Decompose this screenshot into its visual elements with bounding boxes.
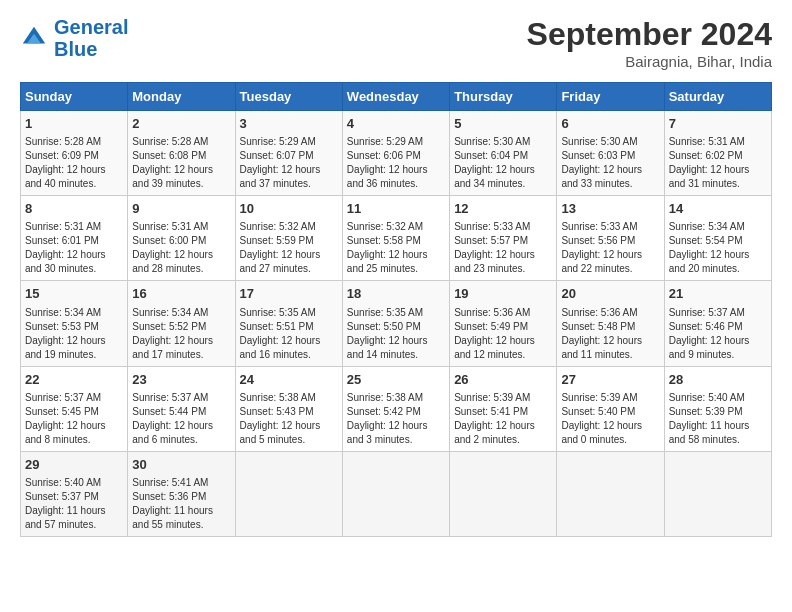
day-number: 14 <box>669 200 767 218</box>
day-info: Sunrise: 5:29 AM Sunset: 6:06 PM Dayligh… <box>347 135 445 191</box>
day-info: Sunrise: 5:32 AM Sunset: 5:58 PM Dayligh… <box>347 220 445 276</box>
calendar-cell: 26Sunrise: 5:39 AM Sunset: 5:41 PM Dayli… <box>450 366 557 451</box>
header-sunday: Sunday <box>21 83 128 111</box>
calendar-header-row: SundayMondayTuesdayWednesdayThursdayFrid… <box>21 83 772 111</box>
day-info: Sunrise: 5:31 AM Sunset: 6:02 PM Dayligh… <box>669 135 767 191</box>
day-number: 18 <box>347 285 445 303</box>
calendar-cell: 8Sunrise: 5:31 AM Sunset: 6:01 PM Daylig… <box>21 196 128 281</box>
logo-line1: General <box>54 16 128 38</box>
day-number: 22 <box>25 371 123 389</box>
day-number: 7 <box>669 115 767 133</box>
day-info: Sunrise: 5:32 AM Sunset: 5:59 PM Dayligh… <box>240 220 338 276</box>
day-number: 4 <box>347 115 445 133</box>
calendar-cell <box>664 451 771 536</box>
header-friday: Friday <box>557 83 664 111</box>
day-number: 9 <box>132 200 230 218</box>
logo-line2: Blue <box>54 38 128 60</box>
day-info: Sunrise: 5:30 AM Sunset: 6:04 PM Dayligh… <box>454 135 552 191</box>
calendar-cell: 28Sunrise: 5:40 AM Sunset: 5:39 PM Dayli… <box>664 366 771 451</box>
day-number: 5 <box>454 115 552 133</box>
title-block: September 2024 Bairagnia, Bihar, India <box>527 16 772 70</box>
month-title: September 2024 <box>527 16 772 53</box>
day-info: Sunrise: 5:34 AM Sunset: 5:52 PM Dayligh… <box>132 306 230 362</box>
logo: General Blue <box>20 16 128 60</box>
calendar-week-4: 22Sunrise: 5:37 AM Sunset: 5:45 PM Dayli… <box>21 366 772 451</box>
calendar-cell: 18Sunrise: 5:35 AM Sunset: 5:50 PM Dayli… <box>342 281 449 366</box>
calendar-week-2: 8Sunrise: 5:31 AM Sunset: 6:01 PM Daylig… <box>21 196 772 281</box>
day-info: Sunrise: 5:36 AM Sunset: 5:49 PM Dayligh… <box>454 306 552 362</box>
calendar-cell: 10Sunrise: 5:32 AM Sunset: 5:59 PM Dayli… <box>235 196 342 281</box>
calendar-cell: 15Sunrise: 5:34 AM Sunset: 5:53 PM Dayli… <box>21 281 128 366</box>
calendar-cell <box>342 451 449 536</box>
day-info: Sunrise: 5:35 AM Sunset: 5:51 PM Dayligh… <box>240 306 338 362</box>
day-number: 27 <box>561 371 659 389</box>
day-info: Sunrise: 5:40 AM Sunset: 5:37 PM Dayligh… <box>25 476 123 532</box>
calendar-cell: 16Sunrise: 5:34 AM Sunset: 5:52 PM Dayli… <box>128 281 235 366</box>
calendar-cell: 6Sunrise: 5:30 AM Sunset: 6:03 PM Daylig… <box>557 111 664 196</box>
day-number: 16 <box>132 285 230 303</box>
day-info: Sunrise: 5:38 AM Sunset: 5:42 PM Dayligh… <box>347 391 445 447</box>
day-number: 11 <box>347 200 445 218</box>
calendar-cell: 17Sunrise: 5:35 AM Sunset: 5:51 PM Dayli… <box>235 281 342 366</box>
calendar-cell: 5Sunrise: 5:30 AM Sunset: 6:04 PM Daylig… <box>450 111 557 196</box>
calendar-cell: 2Sunrise: 5:28 AM Sunset: 6:08 PM Daylig… <box>128 111 235 196</box>
day-number: 24 <box>240 371 338 389</box>
header-saturday: Saturday <box>664 83 771 111</box>
day-info: Sunrise: 5:35 AM Sunset: 5:50 PM Dayligh… <box>347 306 445 362</box>
day-number: 8 <box>25 200 123 218</box>
logo-icon <box>20 24 48 52</box>
day-number: 19 <box>454 285 552 303</box>
day-info: Sunrise: 5:31 AM Sunset: 6:01 PM Dayligh… <box>25 220 123 276</box>
day-number: 21 <box>669 285 767 303</box>
header-thursday: Thursday <box>450 83 557 111</box>
day-info: Sunrise: 5:29 AM Sunset: 6:07 PM Dayligh… <box>240 135 338 191</box>
calendar-cell: 4Sunrise: 5:29 AM Sunset: 6:06 PM Daylig… <box>342 111 449 196</box>
logo-text: General Blue <box>54 16 128 60</box>
day-info: Sunrise: 5:30 AM Sunset: 6:03 PM Dayligh… <box>561 135 659 191</box>
day-info: Sunrise: 5:38 AM Sunset: 5:43 PM Dayligh… <box>240 391 338 447</box>
day-number: 20 <box>561 285 659 303</box>
day-number: 1 <box>25 115 123 133</box>
calendar-cell <box>557 451 664 536</box>
location: Bairagnia, Bihar, India <box>527 53 772 70</box>
calendar-week-1: 1Sunrise: 5:28 AM Sunset: 6:09 PM Daylig… <box>21 111 772 196</box>
calendar-week-5: 29Sunrise: 5:40 AM Sunset: 5:37 PM Dayli… <box>21 451 772 536</box>
day-info: Sunrise: 5:28 AM Sunset: 6:09 PM Dayligh… <box>25 135 123 191</box>
calendar-cell: 9Sunrise: 5:31 AM Sunset: 6:00 PM Daylig… <box>128 196 235 281</box>
calendar-cell: 13Sunrise: 5:33 AM Sunset: 5:56 PM Dayli… <box>557 196 664 281</box>
page-header: General Blue September 2024 Bairagnia, B… <box>20 16 772 70</box>
day-info: Sunrise: 5:39 AM Sunset: 5:41 PM Dayligh… <box>454 391 552 447</box>
calendar-cell: 12Sunrise: 5:33 AM Sunset: 5:57 PM Dayli… <box>450 196 557 281</box>
calendar-cell: 1Sunrise: 5:28 AM Sunset: 6:09 PM Daylig… <box>21 111 128 196</box>
day-number: 6 <box>561 115 659 133</box>
calendar-cell: 20Sunrise: 5:36 AM Sunset: 5:48 PM Dayli… <box>557 281 664 366</box>
day-info: Sunrise: 5:34 AM Sunset: 5:54 PM Dayligh… <box>669 220 767 276</box>
calendar-cell: 21Sunrise: 5:37 AM Sunset: 5:46 PM Dayli… <box>664 281 771 366</box>
day-info: Sunrise: 5:36 AM Sunset: 5:48 PM Dayligh… <box>561 306 659 362</box>
calendar-cell: 7Sunrise: 5:31 AM Sunset: 6:02 PM Daylig… <box>664 111 771 196</box>
day-number: 12 <box>454 200 552 218</box>
day-number: 15 <box>25 285 123 303</box>
day-number: 23 <box>132 371 230 389</box>
calendar-cell: 11Sunrise: 5:32 AM Sunset: 5:58 PM Dayli… <box>342 196 449 281</box>
day-info: Sunrise: 5:33 AM Sunset: 5:56 PM Dayligh… <box>561 220 659 276</box>
calendar-cell <box>450 451 557 536</box>
calendar-cell <box>235 451 342 536</box>
calendar-week-3: 15Sunrise: 5:34 AM Sunset: 5:53 PM Dayli… <box>21 281 772 366</box>
day-info: Sunrise: 5:34 AM Sunset: 5:53 PM Dayligh… <box>25 306 123 362</box>
day-number: 10 <box>240 200 338 218</box>
day-number: 30 <box>132 456 230 474</box>
day-info: Sunrise: 5:40 AM Sunset: 5:39 PM Dayligh… <box>669 391 767 447</box>
header-wednesday: Wednesday <box>342 83 449 111</box>
day-info: Sunrise: 5:33 AM Sunset: 5:57 PM Dayligh… <box>454 220 552 276</box>
day-number: 25 <box>347 371 445 389</box>
calendar-table: SundayMondayTuesdayWednesdayThursdayFrid… <box>20 82 772 537</box>
calendar-cell: 29Sunrise: 5:40 AM Sunset: 5:37 PM Dayli… <box>21 451 128 536</box>
day-info: Sunrise: 5:37 AM Sunset: 5:46 PM Dayligh… <box>669 306 767 362</box>
calendar-cell: 27Sunrise: 5:39 AM Sunset: 5:40 PM Dayli… <box>557 366 664 451</box>
day-number: 26 <box>454 371 552 389</box>
calendar-cell: 25Sunrise: 5:38 AM Sunset: 5:42 PM Dayli… <box>342 366 449 451</box>
calendar-cell: 19Sunrise: 5:36 AM Sunset: 5:49 PM Dayli… <box>450 281 557 366</box>
day-info: Sunrise: 5:37 AM Sunset: 5:45 PM Dayligh… <box>25 391 123 447</box>
calendar-cell: 3Sunrise: 5:29 AM Sunset: 6:07 PM Daylig… <box>235 111 342 196</box>
